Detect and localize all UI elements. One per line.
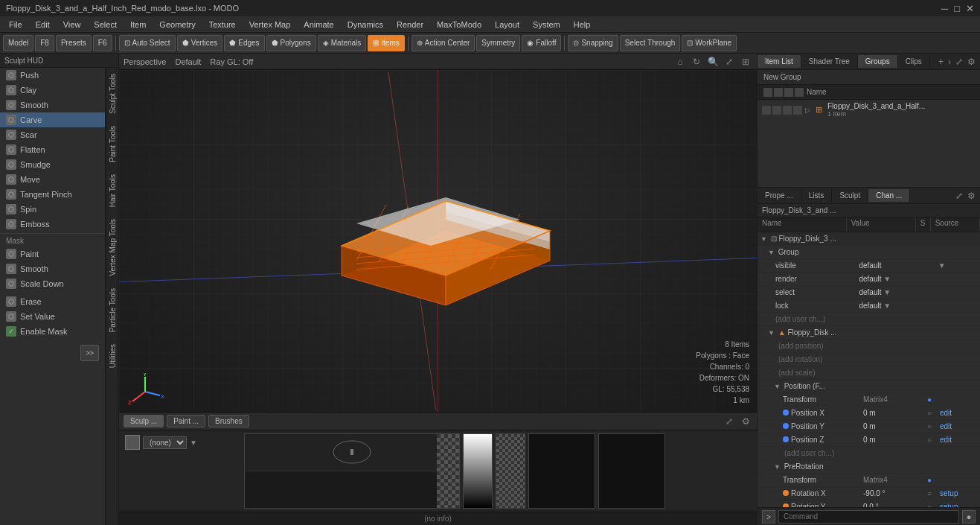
ch-row-position-y[interactable]: Position Y 0 m ○ edit [758,420,980,433]
arrow-icon[interactable]: › [947,55,952,69]
menu-item-help[interactable]: Help [568,19,597,31]
tool-scale-down[interactable]: ⬡ Scale Down [0,276,105,291]
vtab-hair-tools[interactable]: Hair Tools [106,168,118,213]
ctab-sculpt[interactable]: Sculpt [832,189,868,202]
ch-row-rotation-x[interactable]: Rotation X -90.0 ° ○ setup [758,487,980,500]
vtab-vertex-map-tools[interactable]: Vertex Map Tools [106,213,118,282]
tool-flatten[interactable]: ⬡ Flatten [0,142,105,157]
tool-move[interactable]: ⬡ Move [0,172,105,187]
tool-mask-smooth[interactable]: ⬡ Smooth [0,261,105,276]
vtab-utilities[interactable]: Utilities [106,338,118,374]
menu-item-view[interactable]: View [57,19,87,31]
ch-row-render[interactable]: render default ▼ [758,273,980,286]
ch-gear-icon[interactable]: ⚙ [966,189,977,203]
edges-button[interactable]: ⬟ Edges [224,35,264,51]
ch-row-visible[interactable]: visible default ▼ [758,259,980,273]
ch-row-lock[interactable]: lock default ▼ [758,299,980,313]
ch-row-add-scale[interactable]: (add scale) [758,366,980,380]
menu-item-geometry[interactable]: Geometry [153,19,201,31]
tab-clips[interactable]: Clips [898,55,930,68]
menu-item-system[interactable]: System [527,19,566,31]
materials-button[interactable]: ◈ Materials [318,35,367,51]
close-button[interactable]: ✕ [966,3,974,14]
tool-enable-mask[interactable]: ✓ Enable Mask [0,324,105,339]
tool-clay[interactable]: ⬡ Clay [0,83,105,98]
ch-expand-icon[interactable]: ⤢ [954,189,964,203]
ctab-channels[interactable]: Chan ... [868,189,910,202]
expand-icon[interactable]: ⤢ [954,55,964,69]
menu-item-render[interactable]: Render [391,19,429,31]
menu-item-animate[interactable]: Animate [298,19,339,31]
menu-item-texture[interactable]: Texture [203,19,242,31]
menu-item-edit[interactable]: Edit [30,19,56,31]
tool-scar[interactable]: ⬡ Scar [0,127,105,142]
auto-select-button[interactable]: ⊡ Auto Select [119,35,176,51]
menu-item-file[interactable]: File [3,19,28,31]
viewport-home-button[interactable]: ⌂ [673,55,687,69]
command-input[interactable] [778,510,959,524]
maximize-button[interactable]: □ [954,3,960,14]
expand-bottom-button[interactable]: ⤢ [723,415,736,428]
vtab-sculpt-tools[interactable]: Sculpt Tools [106,68,118,120]
presets-button[interactable]: Presets [56,35,92,51]
menu-item-layout[interactable]: Layout [489,19,525,31]
command-exec-button[interactable]: ● [962,510,976,524]
falloff-button[interactable]: ◉ Falloff [522,35,561,51]
item-row-floppy-group[interactable]: ▷ ⊞ Floppy_Disk_3_and_a_Half... 1 Item [758,100,980,120]
tab-groups[interactable]: Groups [858,55,898,68]
ch-row-floppy-group[interactable]: ▼ ⊡ Floppy_Disk_3 ... [758,232,980,246]
ch-row-prerotation-group[interactable]: ▼ PreRotation [758,460,980,474]
select-through-button[interactable]: Select Through [620,35,681,51]
ch-row-select[interactable]: select default ▼ [758,286,980,299]
tab-shader-tree[interactable]: Shader Tree [801,55,858,68]
ch-row-position-x[interactable]: Position X 0 m ○ edit [758,407,980,420]
vtab-particle-tools[interactable]: Particle Tools [106,282,118,338]
ch-row-add-user[interactable]: (add user ch...) [758,313,980,326]
tab-item-list[interactable]: Item List [758,55,801,68]
tool-push[interactable]: ⬡ Push [0,68,105,83]
tool-carve[interactable]: ⬡ Carve [0,112,105,127]
tool-tangent-pinch[interactable]: ⬡ Tangent Pinch [0,187,105,202]
symmetry-button[interactable]: Symmetry [476,35,520,51]
model-mode-button[interactable]: Model [3,35,33,51]
plus-icon[interactable]: + [937,55,945,69]
ctab-properties[interactable]: Prope ... [758,189,801,202]
sculpt-tab[interactable]: Sculp ... [124,415,164,427]
tool-erase[interactable]: ⬡ Erase [0,294,105,309]
polygons-button[interactable]: ⬟ Polygons [266,35,316,51]
ch-row-add-rotation[interactable]: (add rotation) [758,353,980,366]
action-center-button[interactable]: ⊕ Action Center [411,35,475,51]
pos-y-edit-link[interactable]: edit [940,422,952,430]
viewport-search-button[interactable]: 🔍 [706,55,720,69]
brushes-tab[interactable]: Brushes [208,415,249,427]
minimize-button[interactable]: ─ [941,3,948,14]
f8-button[interactable]: F8 [35,35,54,51]
tool-emboss[interactable]: ⬡ Emboss [0,217,105,232]
ch-row-position-z[interactable]: Position Z 0 m ○ edit [758,433,980,447]
tool-mask-paint[interactable]: ⬡ Paint [0,246,105,261]
menu-item-item[interactable]: Item [124,19,152,31]
snapping-button[interactable]: ⊙ Snapping [568,35,618,51]
workplane-button[interactable]: ⊡ WorkPlane [682,35,737,51]
menu-item-dynamics[interactable]: Dynamics [342,19,389,31]
rot-x-setup-link[interactable]: setup [940,489,958,497]
vtab-paint-tools[interactable]: Paint Tools [106,120,118,168]
viewport-maximize-button[interactable]: ⊞ [739,55,752,69]
ch-row-add-position[interactable]: (add position) [758,340,980,353]
brush-none-dropdown[interactable]: (none) [143,436,187,449]
brush-color-swatch[interactable] [125,435,140,450]
menu-item-select[interactable]: Select [88,19,123,31]
pos-x-edit-link[interactable]: edit [940,409,952,417]
ch-row-group[interactable]: ▼ Group [758,246,980,259]
tool-smooth[interactable]: ⬡ Smooth [0,98,105,112]
vertices-button[interactable]: ⬟ Vertices [177,35,223,51]
command-expand-button[interactable]: > [762,510,775,524]
gear-icon[interactable]: ⚙ [966,55,977,69]
viewport-refresh-button[interactable]: ↻ [690,55,703,69]
ch-row-position-group[interactable]: ▼ Position (F... [758,380,980,393]
tool-set-value[interactable]: ⬡ Set Value [0,309,105,324]
settings-bottom-button[interactable]: ⚙ [739,415,752,428]
ch-row-transform[interactable]: Transform Matrix4 ● [758,393,980,407]
paint-tab[interactable]: Paint ... [167,415,205,427]
ch-row-floppy-sub[interactable]: ▼ ▲ Floppy_Disk ... [758,326,980,340]
